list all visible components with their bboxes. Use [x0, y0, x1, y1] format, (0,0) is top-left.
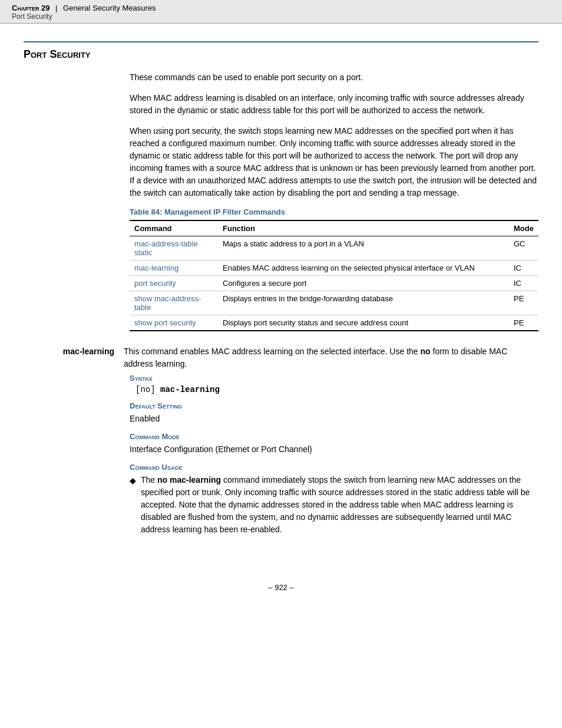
- table-cell-mode: PE: [509, 291, 538, 315]
- table-cell-function: Enables MAC address learning on the sele…: [218, 261, 509, 276]
- mac-learning-no: no: [421, 347, 431, 356]
- mac-learning-section: mac-learning This command enables MAC ad…: [24, 345, 538, 536]
- header-separator: |: [55, 4, 57, 12]
- table-container: Table 84: Management IP Filter Commands …: [130, 207, 538, 331]
- header-top: Chapter 29 | General Security Measures: [12, 4, 550, 12]
- table-row: mac-learningEnables MAC address learning…: [130, 261, 538, 276]
- table-cell-function: Configures a secure port: [218, 276, 509, 291]
- table-cell-mode: IC: [509, 276, 538, 291]
- mac-learning-label: mac-learning: [24, 345, 124, 356]
- col-header-function: Function: [218, 220, 509, 236]
- chapter-label: Chapter 29: [12, 4, 49, 12]
- command-usage-label: Command Usage: [130, 463, 538, 472]
- usage-item-1-text: The no mac-learning command immediately …: [141, 474, 538, 536]
- col-header-mode: Mode: [509, 220, 538, 236]
- command-link[interactable]: show port security: [134, 318, 196, 327]
- command-link[interactable]: port security: [134, 279, 176, 288]
- command-mode-label: Command Mode: [130, 432, 538, 441]
- page-header: Chapter 29 | General Security Measures P…: [0, 0, 562, 24]
- header-sub: Port Security: [12, 12, 550, 21]
- syntax-no: no: [140, 385, 150, 394]
- syntax-label: Syntax: [130, 374, 538, 383]
- intro-paragraph-1: These commands can be used to enable por…: [130, 71, 538, 84]
- syntax-block: [no] mac-learning: [130, 385, 538, 394]
- table-cell-command[interactable]: mac-learning: [130, 261, 218, 276]
- main-content: Port Security These commands can be used…: [0, 24, 562, 571]
- section-divider: [24, 41, 538, 42]
- table-cell-mode: GC: [509, 236, 538, 261]
- table-cell-function: Displays port security status and secure…: [218, 315, 509, 331]
- table-row: mac-address-table staticMaps a static ad…: [130, 236, 538, 261]
- table-cell-function: Maps a static address to a port in a VLA…: [218, 236, 509, 261]
- table-cell-mode: IC: [509, 261, 538, 276]
- default-value: Enabled: [130, 413, 538, 425]
- syntax-section: Syntax [no] mac-learning: [130, 374, 538, 394]
- command-link[interactable]: mac-address-table static: [134, 239, 198, 257]
- page-footer: – 922 –: [0, 571, 562, 598]
- command-mode-value: Interface Configuration (Ethernet or Por…: [130, 443, 538, 456]
- command-table: Command Function Mode mac-address-table …: [130, 220, 538, 331]
- table-row: show mac-address-tableDisplays entries i…: [130, 291, 538, 315]
- syntax-cmd: mac-learning: [156, 385, 220, 394]
- table-cell-command[interactable]: show mac-address-table: [130, 291, 218, 315]
- table-title: Table 84: Management IP Filter Commands: [130, 207, 538, 216]
- intro-paragraph-2: When MAC address learning is disabled on…: [130, 92, 538, 117]
- usage-item-1: The no mac-learning command immediately …: [130, 474, 538, 536]
- table-cell-function: Displays entries in the bridge-forwardin…: [218, 291, 509, 315]
- mac-learning-desc-before: This command enables MAC address learnin…: [124, 347, 421, 356]
- command-link[interactable]: show mac-address-table: [134, 294, 201, 312]
- command-usage-section: Command Usage The no mac-learning comman…: [130, 463, 538, 536]
- page-number: – 922 –: [268, 583, 293, 592]
- table-cell-command[interactable]: port security: [130, 276, 218, 291]
- table-row: port securityConfigures a secure portIC: [130, 276, 538, 291]
- intro-paragraph-3: When using port security, the switch sto…: [130, 125, 538, 199]
- usage-bold: no mac-learning: [157, 475, 221, 485]
- mac-learning-desc: This command enables MAC address learnin…: [124, 345, 538, 370]
- syntax-bracket-close: ]: [150, 385, 155, 394]
- table-cell-command[interactable]: mac-address-table static: [130, 236, 218, 261]
- table-row: show port securityDisplays port security…: [130, 315, 538, 331]
- section-title: Port Security: [24, 48, 538, 61]
- mac-learning-row: mac-learning This command enables MAC ad…: [24, 345, 538, 370]
- col-header-command: Command: [130, 220, 218, 236]
- table-cell-mode: PE: [509, 315, 538, 331]
- default-label: Default Setting: [130, 401, 538, 410]
- command-link[interactable]: mac-learning: [134, 263, 178, 272]
- command-mode-section: Command Mode Interface Configuration (Et…: [130, 432, 538, 456]
- default-section: Default Setting Enabled: [130, 401, 538, 425]
- table-cell-command[interactable]: show port security: [130, 315, 218, 331]
- chapter-title: General Security Measures: [63, 4, 156, 12]
- usage-list: The no mac-learning command immediately …: [130, 474, 538, 536]
